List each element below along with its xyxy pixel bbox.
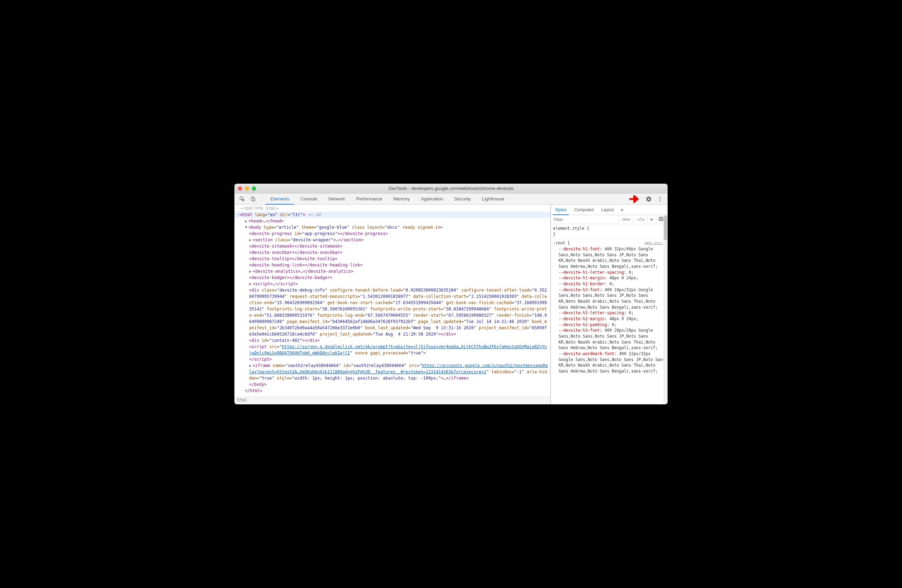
- main-toolbar: Elements Console Network Performance Mem…: [235, 194, 667, 205]
- more-tabs-chevron-icon[interactable]: »: [619, 207, 625, 212]
- tag-devsite-snackbar[interactable]: <devsite-snackbar></devsite-snackbar>: [235, 249, 550, 256]
- css-property[interactable]: --devsite-h2-font: 400 24px/32px Google …: [553, 287, 666, 310]
- script-line[interactable]: ▶<script>…</script>: [235, 281, 550, 287]
- traffic-lights: [238, 186, 256, 191]
- styles-filter-row: :hov .cls +: [551, 215, 667, 224]
- inspect-element-icon[interactable]: [237, 194, 247, 204]
- separator: [262, 195, 262, 203]
- styles-panel: Styles Computed Layout » :hov .cls + ele…: [551, 205, 667, 404]
- svg-point-3: [659, 197, 661, 198]
- svg-point-5: [659, 200, 661, 201]
- scrollbar-thumb[interactable]: [664, 216, 667, 240]
- elements-panel: <!DOCTYPE html> ⋯<html lang="en" dir="lt…: [235, 205, 551, 404]
- tab-elements[interactable]: Elements: [266, 194, 294, 205]
- styles-scrollbar[interactable]: [663, 215, 667, 404]
- styles-rules[interactable]: element.style { } app.css:1 :root { --de…: [551, 224, 667, 404]
- html-element-line[interactable]: ⋯<html lang="en" dir="ltr"> == $0: [235, 211, 550, 218]
- dom-tree[interactable]: <!DOCTYPE html> ⋯<html lang="en" dir="lt…: [235, 205, 550, 397]
- css-property[interactable]: --devsite-h3-font: 400 20px/28px Google …: [553, 327, 666, 351]
- body-close-line[interactable]: </body>: [235, 381, 550, 388]
- body-line[interactable]: ▼<body type="article" theme="google-blue…: [235, 224, 550, 230]
- section-line[interactable]: ▶<section class="devsite-wrapper">…</sec…: [235, 237, 550, 243]
- zoom-window-button[interactable]: [252, 186, 256, 191]
- svg-rect-6: [659, 217, 663, 221]
- hov-toggle[interactable]: :hov: [619, 216, 632, 222]
- devtools-window: DevTools - developers.google.com/web/too…: [235, 184, 667, 404]
- tab-memory[interactable]: Memory: [388, 194, 415, 205]
- new-style-rule-button[interactable]: +: [647, 216, 655, 223]
- css-property[interactable]: --devsite-h1-margin: 48px 0 24px;: [553, 275, 666, 281]
- tag-devsite-heading-link[interactable]: <devsite-heading-link></devsite-heading-…: [235, 262, 550, 268]
- css-property[interactable]: --devsite-h1-letter-spacing: 0;: [553, 269, 666, 275]
- tab-network[interactable]: Network: [324, 194, 350, 205]
- devsite-badger-line[interactable]: <devsite-badger></devsite-badger>: [235, 274, 550, 281]
- titlebar: DevTools - developers.google.com/web/too…: [235, 184, 667, 194]
- styles-tabbar: Styles Computed Layout »: [551, 205, 667, 215]
- element-style-rule[interactable]: element.style {: [553, 225, 666, 231]
- devsite-analytics-line[interactable]: ▶<devsite-analytics>…</devsite-analytics…: [235, 268, 550, 274]
- root-rule[interactable]: app.css:1 :root {: [553, 240, 666, 246]
- cls-toggle[interactable]: .cls: [633, 216, 647, 222]
- head-line[interactable]: ▶<head>…</head>: [235, 218, 550, 224]
- tab-computed[interactable]: Computed: [572, 205, 596, 215]
- close-window-button[interactable]: [238, 186, 242, 191]
- tag-devsite-sitemask[interactable]: <devsite-sitemask></devsite-sitemask>: [235, 243, 550, 249]
- source-link[interactable]: app.css:1: [645, 240, 666, 246]
- devsite-progress-line[interactable]: <devsite-progress id="app-progress"></de…: [235, 230, 550, 237]
- styles-filter-input[interactable]: [551, 217, 619, 222]
- svg-rect-7: [660, 218, 662, 220]
- tab-styles[interactable]: Styles: [553, 205, 569, 215]
- device-toolbar-icon[interactable]: [248, 194, 258, 204]
- survey-script-line[interactable]: <script src="https://survey.g.doubleclic…: [235, 344, 550, 363]
- tab-security[interactable]: Security: [449, 194, 476, 205]
- callout-arrow-icon: [628, 194, 641, 204]
- css-property[interactable]: --devsite-h2-letter-spacing: 0;: [553, 310, 666, 316]
- tab-lighthouse[interactable]: Lighthouse: [477, 194, 509, 205]
- tab-application[interactable]: Application: [416, 194, 448, 205]
- iframe-line[interactable]: ▶<iframe name="oauth2relay438944664" id=…: [235, 363, 550, 381]
- tab-layout[interactable]: Layout: [599, 205, 616, 215]
- css-property[interactable]: --devsite-h1-font: 400 32px/40px Google …: [553, 246, 666, 269]
- doctype-line[interactable]: <!DOCTYPE html>: [235, 205, 550, 211]
- css-property[interactable]: --devsite-h2-margin: 48px 0 24px;: [553, 316, 666, 322]
- css-property[interactable]: --devsite-wordmark-font: 400 22px/32px G…: [553, 351, 666, 374]
- tab-console[interactable]: Console: [296, 194, 322, 205]
- tab-performance[interactable]: Performance: [351, 194, 387, 205]
- svg-rect-2: [253, 198, 255, 201]
- tag-devsite-tooltip[interactable]: <devsite-tooltip></devsite-tooltip>: [235, 256, 550, 262]
- breadcrumb[interactable]: html: [235, 397, 550, 404]
- svg-point-4: [659, 198, 661, 199]
- settings-gear-icon[interactable]: [644, 194, 654, 204]
- main-content: <!DOCTYPE html> ⋯<html lang="en" dir="lt…: [235, 205, 667, 404]
- debug-div-line[interactable]: <div class="devsite-debug-info" configur…: [235, 287, 550, 337]
- minimize-window-button[interactable]: [245, 186, 249, 191]
- more-menu-icon[interactable]: [655, 194, 665, 204]
- window-title: DevTools - developers.google.com/web/too…: [235, 186, 667, 191]
- css-property[interactable]: --devsite-h2-padding: 0;: [553, 322, 666, 328]
- html-close-line[interactable]: </html>: [235, 388, 550, 394]
- css-property[interactable]: --devsite-h2-border: 0;: [553, 281, 666, 287]
- contain-div-line[interactable]: <div id="contain-402"></div>: [235, 337, 550, 344]
